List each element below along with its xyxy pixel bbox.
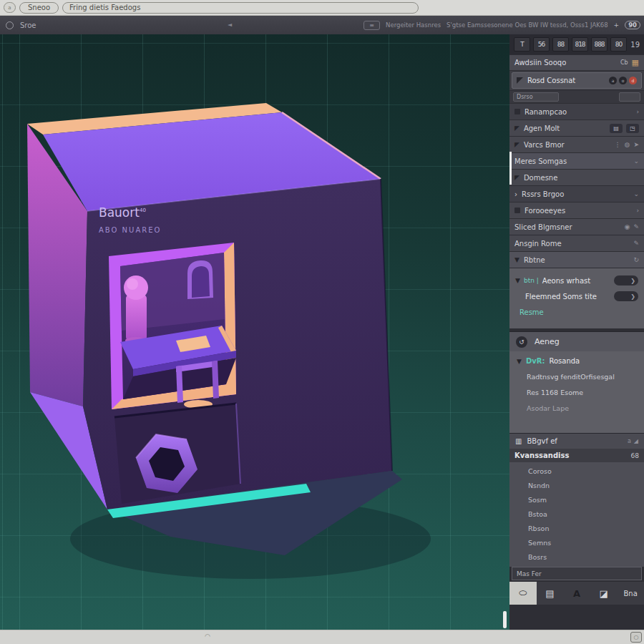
list-item[interactable]: Rbson xyxy=(509,522,644,536)
mini-field[interactable] xyxy=(619,92,640,102)
send-icon[interactable]: ➤ xyxy=(633,141,639,148)
globe-icon[interactable]: ◍ xyxy=(625,141,630,148)
cube-brand-label: Bauort40 xyxy=(99,205,146,220)
outliner-header[interactable]: Kvanssandiss 68 xyxy=(509,449,644,462)
bbgvf-section-header[interactable]: ▥ BBgvf ef a ◢ xyxy=(509,433,644,449)
chevron-right-icon: › xyxy=(636,207,639,214)
sidebar-row-sliced-blgmsner[interactable]: Sliced Blgmsner ◉ ✎ xyxy=(509,219,644,235)
tab-bar: a Sneoo Fring dietis Faedogs xyxy=(0,0,644,16)
cube-object[interactable]: Bauort40 ABO NUAREO xyxy=(27,103,431,579)
material-button-o[interactable]: o xyxy=(619,77,627,84)
sidebar-section-header[interactable]: Awdsiin Sooqo Cb ▦ xyxy=(509,55,644,70)
section-title: BBgvf ef xyxy=(527,437,557,445)
pen-icon: ✎ xyxy=(633,240,639,247)
cb-icon[interactable]: Cb xyxy=(620,59,628,66)
toggle-row-1[interactable]: ▼ btn | Aeons wrhast ❯ xyxy=(515,273,638,288)
sidebar-row-varcs-bmor[interactable]: ◤ Varcs Bmor ⋮ ◍ ➤ xyxy=(509,137,644,152)
page-tool-button[interactable]: ▤ xyxy=(537,582,564,605)
resme-link[interactable]: Resme xyxy=(519,308,638,316)
zoom-level-badge[interactable]: 90 xyxy=(625,21,640,29)
tool-nodes-button[interactable]: 80 xyxy=(610,37,627,52)
tool-filter-button[interactable]: 818 xyxy=(572,37,588,52)
list-item[interactable]: Coroso xyxy=(509,464,644,479)
section-header-icons: Cb ▦ xyxy=(620,58,639,67)
lamp-bulb-highlight xyxy=(127,278,138,290)
folded-corner-icon: ◤ xyxy=(514,174,519,181)
menu-item-sroe[interactable]: Sroe xyxy=(20,21,36,29)
tool-pattern-button[interactable]: 888 xyxy=(591,37,608,52)
toolbar-count-label: 19 xyxy=(630,41,640,49)
section-right-label: a xyxy=(628,438,631,444)
viewport-3d-scene: Bauort40 ABO NUAREO xyxy=(0,34,509,630)
shape-tool-button[interactable]: ⬭ xyxy=(509,582,537,605)
swirl-icon: ↺ xyxy=(516,336,527,348)
sidebar-row-forooeeyes[interactable]: Forooeeyes › xyxy=(509,203,644,218)
pen-icon[interactable]: ✎ xyxy=(633,223,639,230)
disc-icon[interactable]: ◉ xyxy=(625,223,630,230)
list-item[interactable]: Sosm xyxy=(509,493,644,507)
cube-sub-label: ABO NUAREO xyxy=(99,226,161,234)
render-option[interactable]: Radtnsvg fenditOrfisesgal xyxy=(527,373,637,381)
tool-type-button[interactable]: T xyxy=(514,37,530,52)
refresh-icon[interactable]: ↻ xyxy=(633,256,639,263)
chevron-down-icon: ⌄ xyxy=(633,190,639,197)
square-icon xyxy=(514,109,520,114)
toggle-switch-1[interactable]: ❯ xyxy=(614,275,638,286)
tool-grid88-button[interactable]: 88 xyxy=(552,37,569,52)
render-option[interactable]: Res 1168 Esome xyxy=(527,389,637,396)
row-label: Agen Molt xyxy=(524,125,560,132)
material-slot[interactable]: Rosd Cossnat a o d xyxy=(512,72,642,89)
row-label: Forooeeyes xyxy=(525,207,565,215)
sidebar-row-ansgin-rome[interactable]: Ansgin Rome ✎ xyxy=(509,235,644,251)
sidebar-scrollbar[interactable] xyxy=(509,152,512,185)
outliner-list: Coroso Nsndn Sosm Bstoa Rbson Semns Bosr… xyxy=(509,462,644,562)
sidebar-row-meres-somgas[interactable]: Meres Somgas ⌄ xyxy=(509,153,644,169)
list-item[interactable]: Nsndn xyxy=(509,479,644,493)
list-item[interactable]: Bstoa xyxy=(509,507,644,522)
render-tag: DvR: xyxy=(526,357,545,365)
sidebar-row-ranampcao[interactable]: Ranampcao › xyxy=(509,104,644,119)
app-menu-button[interactable]: a xyxy=(4,2,16,13)
text-tool-button[interactable]: A xyxy=(563,582,590,605)
aeneg-section-header[interactable]: ↺ Aeneg xyxy=(509,331,644,351)
bna-tool-button[interactable]: Bna xyxy=(617,582,644,605)
outliner-count: 68 xyxy=(631,452,639,459)
row-label: Ranampcao xyxy=(525,108,567,116)
mode-circle-icon[interactable] xyxy=(6,21,14,29)
render-title: Rosanda xyxy=(549,357,580,365)
grid-icon[interactable]: ▦ xyxy=(632,58,639,67)
viewport-3d[interactable]: Bauort40 ABO NUAREO xyxy=(0,34,509,630)
status-circle-button[interactable]: ○ xyxy=(630,632,642,643)
folded-corner-icon: ◤ xyxy=(514,125,519,132)
material-button-record[interactable]: d xyxy=(629,77,637,84)
material-preview-icon xyxy=(517,77,523,84)
sidebar-row-domesne[interactable]: ◤ Domesne xyxy=(509,170,644,185)
sidebar-row-rbtne[interactable]: ▼ Rbtne ↻ xyxy=(509,252,644,268)
mas-fer-field[interactable]: Mas Fer xyxy=(512,567,642,580)
material-button-a[interactable]: a xyxy=(609,77,617,84)
save-icon[interactable]: ◳ xyxy=(626,124,639,133)
page-icon[interactable]: ▤ xyxy=(610,124,623,133)
material-action-buttons: a o d xyxy=(609,77,637,84)
sidebar-footer xyxy=(509,605,644,630)
resize-icon[interactable]: ◢ xyxy=(634,438,638,444)
menu-right-text-1[interactable]: Nergeiter Hasnres xyxy=(386,21,441,29)
tab-secondary[interactable]: Fring dietis Faedogs xyxy=(62,2,419,14)
render-title-row[interactable]: ▼ DvR: Rosanda xyxy=(517,357,637,365)
triangle-down-icon: ▼ xyxy=(517,358,522,365)
layer-tool-button[interactable]: ◪ xyxy=(590,582,618,605)
render-option-disabled: Asodar Lape xyxy=(527,404,637,412)
menu-chip-button[interactable]: ≡ xyxy=(364,21,380,30)
sidebar-row-agen-molt[interactable]: ◤ Agen Molt ▤ ◳ xyxy=(509,120,644,136)
dsrso-field[interactable]: Dsrso xyxy=(513,92,559,102)
sidebar-row-rssrs-brgoo[interactable]: › Rssrs Brgoo ⌄ xyxy=(509,186,644,202)
tab-active[interactable]: Sneoo xyxy=(19,2,59,14)
toggle-label: Aeons wrhast xyxy=(542,277,590,285)
toggle-switch-2[interactable]: ❯ xyxy=(614,291,638,301)
tool-grid56-button[interactable]: 56 xyxy=(533,37,550,52)
dots-icon[interactable]: ⋮ xyxy=(615,141,621,148)
list-item[interactable]: Semns xyxy=(509,536,644,550)
toggle-row-2[interactable]: Fleemned Soms tite ❯ xyxy=(515,288,638,304)
viewport-edge-tick[interactable] xyxy=(503,611,507,628)
zoom-plus[interactable]: + xyxy=(614,21,620,29)
